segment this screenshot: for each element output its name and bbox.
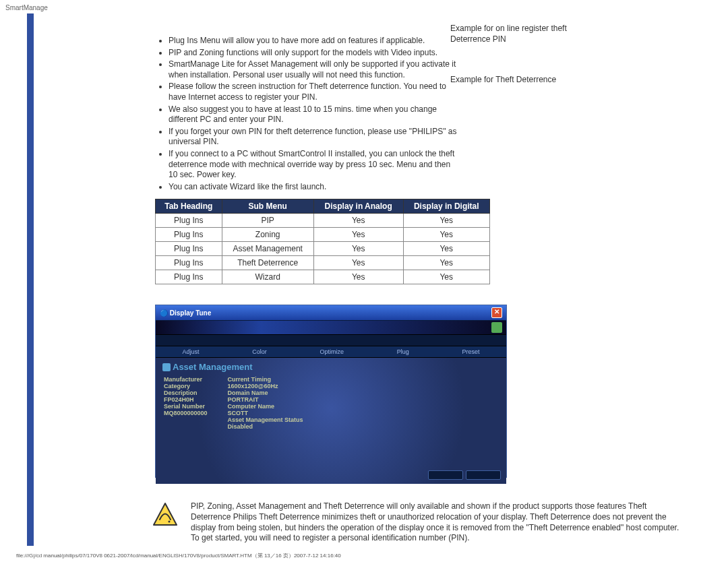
tab-adjust[interactable]: Adjust [182, 348, 199, 355]
list-item: You can activate Wizard like the first l… [169, 182, 457, 193]
example-text-1: Example for on line register theft Deter… [450, 24, 585, 44]
tab-optimize[interactable]: Optimize [320, 348, 344, 355]
table-row: Plug Ins PIP Yes Yes [156, 214, 490, 228]
table-row: Plug Ins Theft Deterrence Yes Yes [156, 256, 490, 270]
warning-icon [152, 501, 179, 528]
list-item: If you connect to a PC without SmartCont… [169, 149, 457, 181]
tab-color[interactable]: Color [252, 348, 267, 355]
window-titlebar: 🔵 Display Tune ✕ [156, 305, 506, 321]
window-banner [156, 321, 506, 335]
example-text-2: Example for Theft Deterrence [450, 75, 585, 86]
brand-icon [491, 322, 502, 333]
tab-preset[interactable]: Preset [462, 348, 480, 355]
nav-buttons [428, 470, 501, 480]
note-block: PIP, Zoning, Asset Management and Theft … [155, 501, 681, 543]
info-label: Manufacturer Category Description FP024H… [164, 376, 226, 431]
table-row: Plug Ins Asset Management Yes Yes [156, 242, 490, 256]
col-tab-heading: Tab Heading [156, 199, 222, 214]
list-item: SmartManage Lite for Asset Management wi… [169, 59, 457, 80]
bullet-list: Plug Ins Menu will allow you to have mor… [169, 36, 457, 192]
main-content: Plug Ins Menu will allow you to have mor… [47, 36, 708, 562]
right-examples: Example for on line register theft Deter… [450, 24, 585, 86]
asset-panel: Asset Management Manufacturer Category D… [156, 358, 506, 484]
footer-path: file:///G|/cd manual/philips/07/170V8 06… [16, 552, 341, 559]
note-text: PIP, Zoning, Asset Management and Theft … [191, 501, 681, 543]
info-table: Manufacturer Category Description FP024H… [162, 375, 324, 433]
list-item: Please follow the screen instruction for… [169, 82, 457, 102]
display-tune-screenshot: 🔵 Display Tune ✕ Adjust Color Optimize P… [155, 305, 507, 478]
list-item: If you forget your own PIN for theft det… [169, 127, 457, 148]
tab-plug[interactable]: Plug [397, 348, 409, 355]
col-display-analog: Display in Analog [313, 199, 403, 214]
page-header: SmartManage [0, 0, 728, 15]
col-display-digital: Display in Digital [403, 199, 490, 214]
panel-title: Asset Management [162, 362, 499, 372]
table-row: Plug Ins Wizard Yes Yes [156, 270, 490, 284]
close-icon[interactable]: ✕ [491, 307, 502, 318]
table-row: Plug Ins Zoning Yes Yes [156, 228, 490, 242]
left-sidebar [27, 13, 34, 546]
info-label: Current Timing 1600x1200@60Hz Domain Nam… [228, 376, 322, 431]
col-sub-menu: Sub Menu [222, 199, 313, 214]
nav-button[interactable] [428, 470, 463, 480]
toolbar-row [156, 335, 506, 346]
nav-button[interactable] [466, 470, 501, 480]
list-item: Plug Ins Menu will allow you to have mor… [169, 36, 457, 46]
list-item: PIP and Zoning functions will only suppo… [169, 48, 457, 59]
plugin-table: Tab Heading Sub Menu Display in Analog D… [155, 199, 490, 284]
window-title: 🔵 Display Tune [160, 309, 211, 317]
list-item: We also suggest you to have at least 10 … [169, 104, 457, 125]
svg-point-1 [169, 521, 171, 523]
tab-bar: Adjust Color Optimize Plug Preset [156, 346, 506, 358]
